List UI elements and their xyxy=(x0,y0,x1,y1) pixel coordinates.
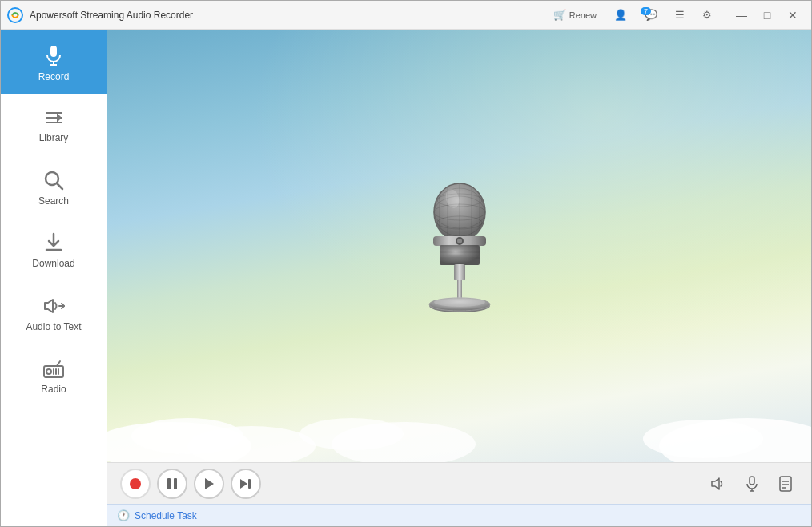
library-icon xyxy=(42,108,65,127)
svg-rect-45 xyxy=(167,478,171,489)
renew-label: Renew xyxy=(569,10,597,20)
volume-button[interactable] xyxy=(705,471,731,497)
radio-icon xyxy=(42,358,65,379)
pause-icon xyxy=(167,477,178,490)
svg-rect-49 xyxy=(248,479,251,489)
renew-button[interactable]: 🛒 Renew xyxy=(547,6,603,23)
svg-marker-48 xyxy=(240,479,247,489)
account-button[interactable]: 👤 xyxy=(608,6,633,23)
sidebar-item-search[interactable]: Search xyxy=(1,155,107,218)
play-button[interactable] xyxy=(194,469,224,499)
svg-rect-51 xyxy=(750,477,754,485)
svg-rect-40 xyxy=(454,264,465,280)
sidebar-item-library[interactable]: Library xyxy=(1,94,107,155)
app-window: Apowersoft Streaming Audio Recorder 🛒 Re… xyxy=(0,0,812,527)
play-icon xyxy=(203,477,215,490)
svg-point-0 xyxy=(8,8,22,22)
sidebar-item-audio-to-text[interactable]: Audio to Text xyxy=(1,281,107,344)
svg-marker-50 xyxy=(712,478,719,489)
sidebar-audio-to-text-label: Audio to Text xyxy=(26,321,81,332)
settings-button[interactable]: ⚙ xyxy=(696,6,718,23)
svg-rect-46 xyxy=(174,478,177,489)
file-tag-icon xyxy=(778,476,793,492)
status-bar: 🕐 Schedule Task xyxy=(107,504,811,526)
record-dot xyxy=(130,478,141,489)
sidebar: Record Library Search xyxy=(1,30,107,526)
close-button[interactable]: ✕ xyxy=(781,4,805,26)
title-bar-left: Apowersoft Streaming Audio Recorder xyxy=(7,7,193,23)
svg-rect-36 xyxy=(440,245,480,265)
file-tag-button[interactable] xyxy=(773,471,798,497)
record-button[interactable] xyxy=(120,469,151,499)
microphone-illustration xyxy=(416,168,504,324)
download-icon xyxy=(43,232,64,253)
svg-marker-12 xyxy=(45,300,53,312)
search-icon xyxy=(43,170,64,191)
svg-marker-47 xyxy=(205,478,214,489)
minimize-button[interactable]: — xyxy=(730,4,754,26)
svg-point-44 xyxy=(434,297,485,307)
scene-background xyxy=(107,30,811,462)
playback-toolbar xyxy=(107,462,811,504)
list-icon: ☰ xyxy=(675,9,685,21)
svg-rect-54 xyxy=(780,477,791,491)
schedule-clock-icon: 🕐 xyxy=(117,509,130,521)
sidebar-item-radio[interactable]: Radio xyxy=(1,344,107,406)
input-mic-icon xyxy=(745,476,759,492)
svg-rect-1 xyxy=(50,46,57,57)
chat-badge: 7 xyxy=(641,7,651,15)
cart-icon: 🛒 xyxy=(553,9,566,21)
main-content: Record Library Search xyxy=(1,30,811,526)
sidebar-search-label: Search xyxy=(38,195,69,207)
title-bar: Apowersoft Streaming Audio Recorder 🛒 Re… xyxy=(1,1,811,30)
microphone-icon xyxy=(42,44,65,66)
sidebar-item-download[interactable]: Download xyxy=(1,218,107,280)
list-button[interactable]: ☰ xyxy=(669,6,691,23)
sidebar-record-label: Record xyxy=(38,71,70,82)
right-controls xyxy=(705,471,798,497)
window-controls: — □ ✕ xyxy=(730,4,805,26)
app-logo xyxy=(7,7,23,23)
svg-point-35 xyxy=(457,239,462,243)
sidebar-radio-label: Radio xyxy=(41,384,66,395)
chat-button[interactable]: 💬 7 xyxy=(638,6,664,23)
svg-line-9 xyxy=(57,183,62,189)
sidebar-item-record[interactable]: Record xyxy=(1,30,107,94)
content-area: 🕐 Schedule Task xyxy=(107,30,811,526)
title-bar-right: 🛒 Renew 👤 💬 7 ☰ ⚙ — □ xyxy=(547,4,805,26)
clouds-layer xyxy=(107,382,811,462)
skip-icon xyxy=(239,477,252,490)
sidebar-library-label: Library xyxy=(39,132,69,143)
input-select-button[interactable] xyxy=(739,471,765,497)
schedule-task-label[interactable]: Schedule Task xyxy=(135,510,197,521)
maximize-button[interactable]: □ xyxy=(755,4,779,26)
audio-to-text-icon xyxy=(42,296,65,316)
app-title: Apowersoft Streaming Audio Recorder xyxy=(30,10,193,21)
pause-button[interactable] xyxy=(157,469,187,499)
mic-svg xyxy=(416,168,504,324)
account-icon: 👤 xyxy=(614,9,627,21)
svg-point-15 xyxy=(46,369,51,374)
skip-forward-button[interactable] xyxy=(231,469,261,499)
svg-marker-7 xyxy=(57,113,62,123)
sidebar-download-label: Download xyxy=(32,258,74,269)
settings-icon: ⚙ xyxy=(702,9,712,21)
volume-icon xyxy=(710,477,726,491)
